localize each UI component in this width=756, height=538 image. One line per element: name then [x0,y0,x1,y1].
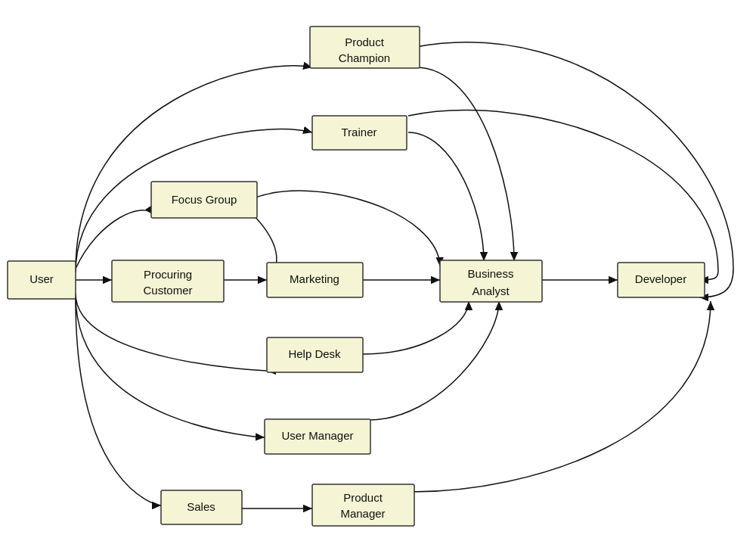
label-user: User [29,272,54,285]
label-product-champion-2: Champion [339,51,390,64]
node-sales: Sales [161,490,242,524]
label-procuring-customer-1: Procuring [144,268,192,281]
node-developer: Developer [618,263,705,297]
label-user-manager: User Manager [281,429,353,442]
node-business-analyst: Business Analyst [440,260,542,302]
label-product-manager-1: Product [343,491,383,504]
node-product-champion: Product Champion [310,26,420,68]
label-product-manager-2: Manager [340,507,385,520]
node-marketing: Marketing [267,263,363,297]
label-trainer: Trainer [342,126,377,138]
node-user-manager: User Manager [265,419,370,454]
node-focus-group: Focus Group [151,182,257,218]
label-product-champion-1: Product [345,36,385,48]
node-procuring-customer: Procuring Customer [112,260,224,302]
label-procuring-customer-2: Customer [143,284,192,297]
label-sales: Sales [187,500,215,513]
label-business-analyst-2: Analyst [472,285,510,297]
node-trainer: Trainer [312,116,407,150]
label-marketing: Marketing [290,272,339,285]
label-business-analyst-1: Business [468,267,514,280]
label-focus-group: Focus Group [172,193,237,206]
node-user: User [8,261,76,299]
node-help-desk: Help Desk [267,337,363,372]
node-product-manager: Product Manager [312,484,414,526]
diagram-canvas: User Product Champion Trainer Focus Grou… [0,0,756,538]
label-developer: Developer [635,272,686,285]
label-help-desk: Help Desk [288,347,341,360]
